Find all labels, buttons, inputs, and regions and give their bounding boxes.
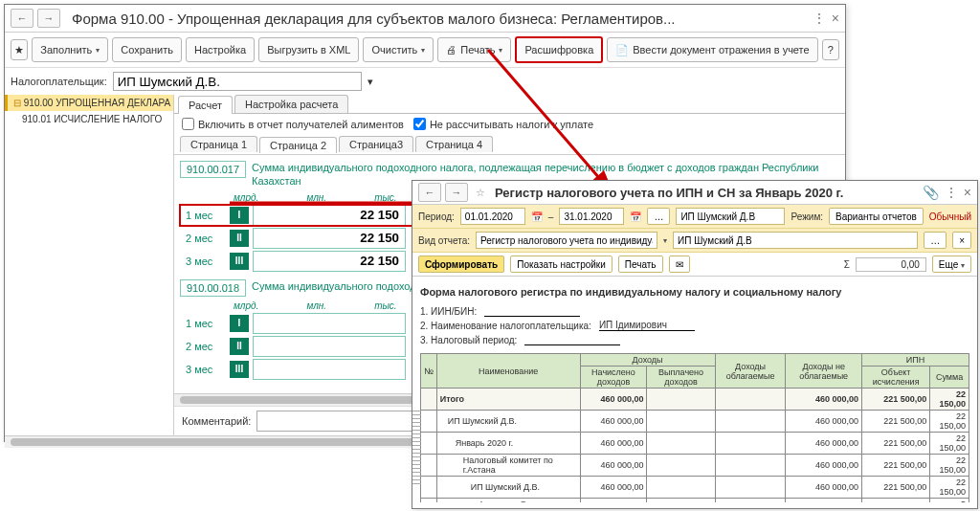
emp-input[interactable] [673, 232, 918, 249]
table-row[interactable]: Налоговый комитет по г.Астана460 000,004… [421, 455, 969, 477]
export-xml-button[interactable]: Выгрузить в XML [258, 37, 359, 62]
input-018-m1[interactable] [253, 313, 406, 334]
window-menu-icon-2[interactable]: ⋮ [945, 185, 958, 200]
main-tabs: Расчет Настройка расчета [174, 95, 845, 114]
register-title: Регистр налогового учета по ИПН и СН за … [495, 186, 923, 200]
show-settings-button[interactable]: Показать настройки [510, 256, 612, 273]
variants-button[interactable]: Варианты отчетов [829, 208, 924, 225]
clear-button[interactable]: Очистить▾ [363, 37, 434, 62]
settings-button[interactable]: Настройка [186, 37, 255, 62]
period-bar: Период: 📅 – 📅 … Режим: Варианты отчетов … [412, 205, 977, 229]
tax-register-window: ← → ☆ Регистр налогового учета по ИПН и … [412, 180, 978, 509]
printer-icon: 🖨 [446, 44, 457, 56]
dropdown-icon[interactable]: ▾ [663, 236, 667, 245]
email-icon[interactable]: ✉ [669, 256, 690, 273]
report-kind-bar: Вид отчета: ▾ … × [412, 229, 977, 253]
print-report-button[interactable]: Печать [618, 256, 663, 273]
iin-label: 1. ИИН/БИН: [420, 306, 477, 317]
main-toolbar: ★ Заполнить▾ Сохранить Настройка Выгрузи… [5, 33, 845, 68]
window-menu-icon[interactable]: ⋮ [813, 11, 826, 26]
code-910-00-018: 910.00.018 [180, 279, 246, 297]
nav-back-button[interactable]: ← [11, 9, 33, 28]
page-4-tab[interactable]: Страница 4 [415, 136, 493, 152]
more-button[interactable]: Еще ▾ [932, 256, 971, 273]
save-button[interactable]: Сохранить [112, 37, 182, 62]
checkbox-alimony[interactable]: Включить в отчет получателей алиментов [182, 118, 404, 130]
titlebar: ← → Форма 910.00 - Упрощенная декларация… [5, 5, 845, 33]
roman-2-icon: II [230, 230, 249, 247]
input-017-m2[interactable] [253, 228, 406, 249]
period-from-input[interactable] [460, 208, 525, 225]
emp-ellipsis-button[interactable]: … [924, 232, 947, 249]
print-button[interactable]: 🖨Печать▾ [437, 37, 511, 62]
report-heading: Форма налогового регистра по индивидуаль… [420, 286, 969, 298]
tree-item-910-01[interactable]: 910.01 ИСЧИСЛЕНИЕ НАЛОГО [5, 111, 173, 127]
calendar-icon[interactable]: 📅 [531, 211, 543, 222]
report-body: Форма налогового регистра по индивидуаль… [412, 277, 977, 502]
open-ref-icon[interactable]: ▾ [368, 76, 373, 88]
window-title: Форма 910.00 - Упрощенная декларация для… [72, 11, 813, 27]
input-018-m2[interactable] [253, 336, 406, 357]
taxpayer-row: Налогоплательщик: ▾ [5, 68, 845, 95]
nav-back-button-2[interactable]: ← [418, 183, 441, 202]
help-button[interactable]: ? [822, 39, 839, 60]
fill-button[interactable]: Заполнить▾ [32, 37, 108, 62]
period-to-input[interactable] [559, 208, 624, 225]
calendar-icon-2[interactable]: 📅 [630, 211, 641, 222]
report-kind-input[interactable] [476, 232, 657, 249]
iin-value [484, 305, 580, 317]
outline-handle[interactable] [412, 411, 421, 485]
tax-period-label: 3. Налоговый период: [420, 335, 517, 345]
input-017-m3[interactable] [253, 251, 406, 272]
close-icon-2[interactable]: × [964, 185, 971, 200]
roman-1-icon: I [230, 207, 249, 224]
page-tabs: Страница 1 Страница 2 Страница3 Страница… [174, 134, 845, 155]
input-018-m3[interactable] [253, 359, 406, 380]
action-bar: Сформировать Показать настройки Печать ✉… [412, 253, 977, 277]
org-input[interactable] [676, 208, 785, 225]
mode-value: Обычный [929, 211, 971, 222]
doc-icon: 📄 [615, 44, 629, 56]
tax-period-value [524, 334, 620, 345]
register-table: № Наименование Доходы Доходы облагаемые … [420, 353, 969, 502]
star-icon[interactable]: ☆ [476, 187, 485, 199]
decode-button[interactable]: Расшифровка [515, 36, 603, 63]
taxpayer-input[interactable] [113, 72, 362, 91]
page-3-tab[interactable]: Страница3 [339, 136, 413, 152]
table-row[interactable]: 1Алданова Ольга Николаевна1964100 000,00… [421, 499, 969, 503]
tab-calc-settings[interactable]: Настройка расчета [234, 95, 348, 113]
nav-forward-button[interactable]: → [37, 9, 60, 28]
pin-icon[interactable]: 📎 [923, 185, 939, 200]
code-910-00-017: 910.00.017 [180, 161, 246, 178]
sum-value: 0,00 [856, 257, 926, 272]
table-row[interactable]: ИП Шумский Д.В.460 000,00460 000,00221 5… [421, 477, 969, 499]
form-report-button[interactable]: Сформировать [418, 256, 504, 273]
table-row[interactable]: Итого460 000,00460 000,00221 500,0022 15… [421, 389, 969, 411]
checkbox-no-tax[interactable]: Не рассчитывать налоги к уплате [413, 118, 593, 130]
favorite-icon[interactable]: ★ [11, 39, 28, 60]
nav-forward-button-2[interactable]: → [445, 183, 468, 202]
page-2-tab[interactable]: Страница 2 [259, 137, 337, 153]
input-017-m1[interactable] [253, 205, 406, 226]
period-ellipsis-button[interactable]: … [647, 208, 670, 225]
taxpayer-label: Налогоплательщик: [11, 76, 107, 87]
taxpayer-name-label: 2. Наименование налогоплательщика: [420, 321, 591, 331]
taxpayer-name-value: ИП Ідимирович [599, 320, 695, 331]
tree-item-910-00[interactable]: ⊟ 910.00 УПРОЩЕННАЯ ДЕКЛАРА [5, 95, 173, 111]
page-1-tab[interactable]: Страница 1 [180, 136, 257, 152]
close-icon[interactable]: × [832, 11, 839, 26]
enter-doc-button[interactable]: 📄Ввести документ отражения в учете [607, 37, 817, 62]
emp-clear-button[interactable]: × [952, 232, 971, 249]
titlebar-2: ← → ☆ Регистр налогового учета по ИПН и … [412, 181, 977, 205]
roman-3-icon: III [230, 253, 249, 270]
tab-calc[interactable]: Расчет [178, 96, 233, 114]
sum-icon: Σ [844, 259, 850, 270]
table-row[interactable]: ИП Шумский Д.В.460 000,00460 000,00221 5… [421, 411, 969, 433]
section-tree[interactable]: ⊟ 910.00 УПРОЩЕННАЯ ДЕКЛАРА 910.01 ИСЧИС… [5, 95, 174, 435]
table-row[interactable]: Январь 2020 г.460 000,00460 000,00221 50… [421, 433, 969, 455]
